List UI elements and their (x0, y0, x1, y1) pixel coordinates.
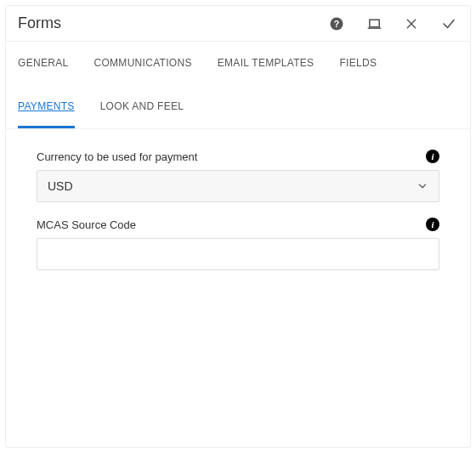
tab-look-and-feel[interactable]: LOOK AND FEEL (100, 85, 184, 128)
tab-fields[interactable]: FIELDS (339, 42, 377, 85)
header-actions: ? (329, 16, 456, 31)
payments-content: Currency to be used for payment i USD MC… (6, 128, 470, 447)
chevron-down-icon (416, 180, 428, 192)
currency-select-wrap: USD (37, 170, 439, 202)
mcas-input[interactable] (37, 238, 439, 270)
info-icon[interactable]: i (426, 150, 439, 163)
tab-email-templates[interactable]: EMAIL TEMPLATES (218, 42, 314, 85)
svg-text:?: ? (334, 18, 339, 28)
panel-header: Forms ? (6, 6, 470, 42)
panel-title: Forms (18, 14, 329, 32)
mcas-label-row: MCAS Source Code i (37, 218, 439, 231)
fullscreen-icon[interactable] (366, 16, 382, 31)
forms-panel: Forms ? GENERAL COMMUNICATIONS EMAIL TEM… (5, 5, 471, 448)
tabs-bar: GENERAL COMMUNICATIONS EMAIL TEMPLATES F… (6, 42, 470, 128)
tab-general[interactable]: GENERAL (18, 42, 68, 85)
currency-select[interactable]: USD (37, 170, 439, 202)
help-icon[interactable]: ? (329, 16, 344, 31)
currency-value: USD (48, 179, 416, 193)
currency-field: Currency to be used for payment i USD (37, 150, 439, 202)
mcas-label: MCAS Source Code (37, 218, 426, 231)
info-icon[interactable]: i (426, 218, 439, 231)
svg-rect-2 (369, 20, 378, 27)
currency-label: Currency to be used for payment (37, 150, 426, 163)
mcas-field: MCAS Source Code i (37, 218, 439, 270)
tab-payments[interactable]: PAYMENTS (18, 85, 75, 128)
currency-label-row: Currency to be used for payment i (37, 150, 439, 163)
close-icon[interactable] (404, 16, 419, 31)
check-icon[interactable] (441, 16, 456, 31)
tab-communications[interactable]: COMMUNICATIONS (94, 42, 191, 85)
